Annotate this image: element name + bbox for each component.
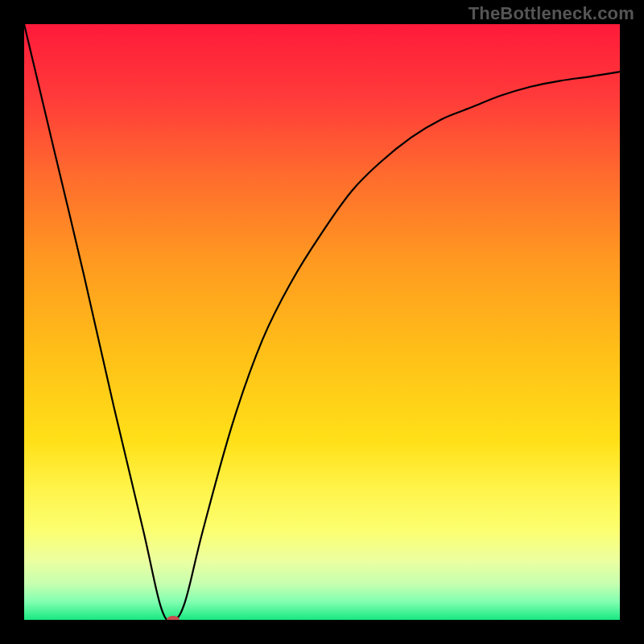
chart-frame: TheBottleneck.com bbox=[0, 0, 644, 644]
chart-svg bbox=[24, 24, 620, 620]
gradient-background bbox=[24, 24, 620, 620]
watermark-text: TheBottleneck.com bbox=[469, 3, 634, 24]
plot-area bbox=[24, 24, 620, 620]
